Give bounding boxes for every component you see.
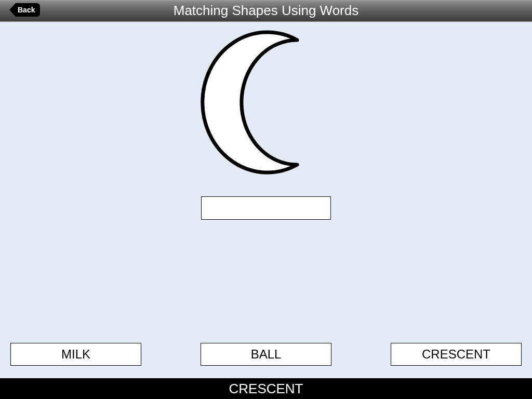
back-button[interactable]: Back [9,3,40,17]
page-title: Matching Shapes Using Words [0,3,532,19]
back-arrow-icon [9,3,16,17]
options-row: MILK BALL CRESCENT [10,343,522,366]
main-area: MILK BALL CRESCENT [0,22,532,378]
option-ball[interactable]: BALL [201,343,331,366]
crescent-icon [198,30,334,175]
answer-input[interactable] [201,196,331,220]
footer-bar: CRESCENT [0,378,532,399]
header-bar: Back Matching Shapes Using Words [0,0,532,22]
back-button-label: Back [16,3,40,17]
option-crescent[interactable]: CRESCENT [391,343,522,366]
option-milk[interactable]: MILK [10,343,141,366]
footer-text: CRESCENT [229,381,303,397]
shape-display [0,30,532,175]
